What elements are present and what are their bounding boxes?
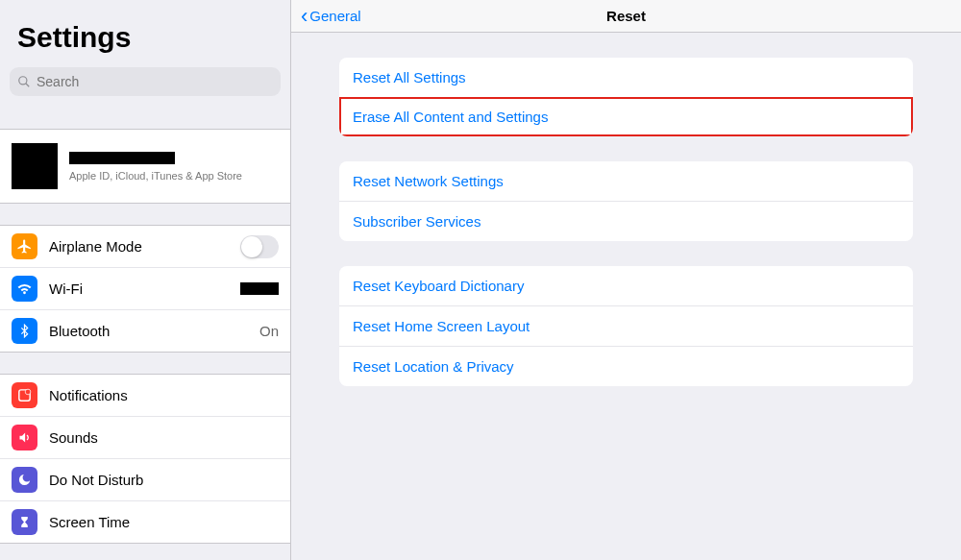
sidebar-header: Settings xyxy=(0,0,290,60)
airplane-mode-row[interactable]: Airplane Mode xyxy=(0,226,290,267)
settings-title: Settings xyxy=(17,21,273,54)
reset-network-settings[interactable]: Reset Network Settings xyxy=(339,161,913,201)
screentime-label: Screen Time xyxy=(49,514,130,530)
airplane-icon xyxy=(12,233,37,259)
bluetooth-label: Bluetooth xyxy=(49,323,110,339)
dnd-row[interactable]: Do Not Disturb xyxy=(0,458,290,500)
bluetooth-row[interactable]: Bluetooth On xyxy=(0,309,290,352)
nav-bar: ‹ General Reset xyxy=(291,0,961,33)
back-button[interactable]: ‹ General xyxy=(301,6,361,27)
notifications-row[interactable]: Notifications xyxy=(0,375,290,416)
dnd-label: Do Not Disturb xyxy=(49,472,143,488)
account-group: Apple ID, iCloud, iTunes & App Store xyxy=(0,129,290,204)
airplane-mode-toggle[interactable] xyxy=(240,235,279,258)
search-icon xyxy=(17,75,31,88)
avatar xyxy=(12,143,58,189)
airplane-mode-label: Airplane Mode xyxy=(49,238,142,255)
reset-location-privacy[interactable]: Reset Location & Privacy xyxy=(339,346,913,386)
sounds-icon xyxy=(12,425,37,450)
reset-all-settings[interactable]: Reset All Settings xyxy=(339,58,913,97)
search-input[interactable] xyxy=(37,74,273,89)
search-field[interactable] xyxy=(10,67,281,96)
alerts-group: Notifications Sounds Do Not Disturb Scre… xyxy=(0,374,290,544)
sounds-label: Sounds xyxy=(49,429,98,446)
reset-group-1: Reset All Settings Erase All Content and… xyxy=(339,58,913,136)
settings-sidebar: Settings Apple ID, iCloud, iTunes & App … xyxy=(0,0,291,560)
svg-point-0 xyxy=(19,77,27,85)
reset-content: Reset All Settings Erase All Content and… xyxy=(291,33,961,436)
bluetooth-icon xyxy=(12,318,37,344)
sounds-row[interactable]: Sounds xyxy=(0,416,290,458)
wifi-label: Wi-Fi xyxy=(49,280,83,297)
account-subtitle: Apple ID, iCloud, iTunes & App Store xyxy=(69,170,242,182)
reset-home-screen-layout[interactable]: Reset Home Screen Layout xyxy=(339,305,913,346)
account-row[interactable]: Apple ID, iCloud, iTunes & App Store xyxy=(0,130,290,203)
wifi-value-redacted xyxy=(240,282,279,295)
account-name-redacted xyxy=(69,152,175,164)
reset-keyboard-dictionary[interactable]: Reset Keyboard Dictionary xyxy=(339,266,913,305)
screentime-row[interactable]: Screen Time xyxy=(0,500,290,543)
main-panel: ‹ General Reset Reset All Settings Erase… xyxy=(291,0,961,560)
chevron-left-icon: ‹ xyxy=(301,6,308,27)
page-title: Reset xyxy=(606,8,646,24)
wifi-row[interactable]: Wi-Fi xyxy=(0,267,290,309)
reset-group-2: Reset Network Settings Subscriber Servic… xyxy=(339,161,913,241)
hourglass-icon xyxy=(12,509,37,535)
reset-group-3: Reset Keyboard Dictionary Reset Home Scr… xyxy=(339,266,913,386)
notifications-icon xyxy=(12,382,37,408)
back-label: General xyxy=(309,8,360,24)
wifi-icon xyxy=(12,276,37,302)
svg-line-1 xyxy=(26,84,30,87)
bluetooth-value: On xyxy=(259,323,279,339)
notifications-label: Notifications xyxy=(49,387,128,403)
moon-icon xyxy=(12,467,37,493)
svg-point-3 xyxy=(25,389,31,395)
connectivity-group: Airplane Mode Wi-Fi Bluetooth On xyxy=(0,225,290,353)
erase-all-content[interactable]: Erase All Content and Settings xyxy=(339,97,913,136)
subscriber-services[interactable]: Subscriber Services xyxy=(339,201,913,241)
